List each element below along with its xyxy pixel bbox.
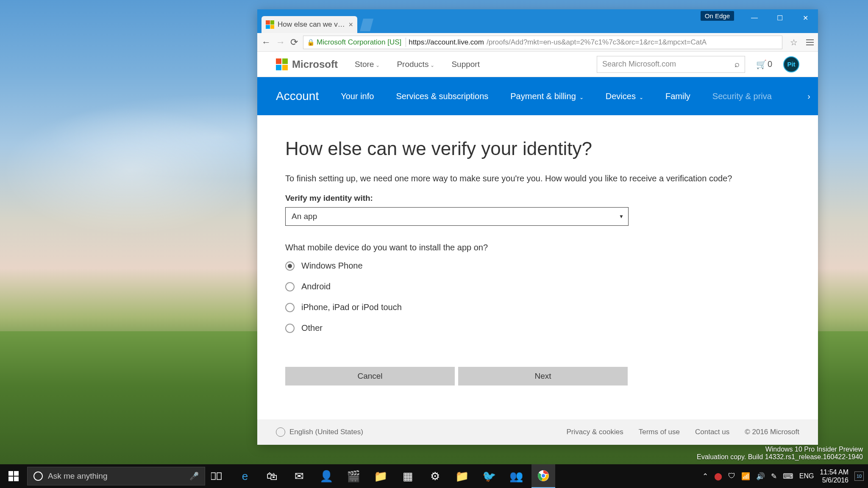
subnav-brand[interactable]: Account	[276, 89, 319, 103]
page-footer: English (United States) Privacy & cookie…	[257, 419, 818, 445]
cortana-search[interactable]: Ask me anything 🎤	[27, 467, 205, 485]
subnav-devices[interactable]: Devices⌄	[606, 92, 643, 101]
subnav-security[interactable]: Security & priva	[712, 92, 772, 101]
next-button[interactable]: Next	[458, 367, 628, 385]
radio-label: Android	[301, 282, 331, 291]
tray-wifi-icon[interactable]: 📶	[741, 472, 750, 481]
search-placeholder: Search Microsoft.com	[602, 60, 676, 69]
tab-title: How else can we verify yo	[278, 20, 345, 29]
subnav-scroll-right-icon[interactable]: ›	[807, 92, 810, 101]
microphone-icon[interactable]: 🎤	[189, 471, 199, 481]
tray-defender-icon[interactable]: 🛡	[728, 472, 735, 480]
window-minimize-button[interactable]: —	[742, 9, 767, 26]
separator	[406, 38, 406, 47]
account-subnav: Account Your info Services & subscriptio…	[257, 77, 818, 115]
cart-icon: 🛒	[756, 59, 767, 69]
chevron-down-icon: ▼	[619, 214, 624, 219]
nav-label: Support	[451, 60, 480, 69]
radio-android[interactable]: Android	[285, 282, 790, 291]
subnav-services[interactable]: Services & subscriptions	[396, 92, 488, 101]
action-center-icon[interactable]: 10	[854, 471, 864, 481]
globe-icon	[276, 427, 285, 437]
chevron-down-icon: ⌄	[376, 62, 380, 68]
window-maximize-button[interactable]: ☐	[767, 9, 793, 26]
task-view-button[interactable]	[205, 472, 229, 480]
cart-button[interactable]: 🛒0	[756, 59, 772, 69]
cancel-button[interactable]: Cancel	[285, 367, 455, 385]
svg-rect-1	[14, 471, 19, 476]
tray-overflow-icon[interactable]: ⌃	[702, 472, 708, 481]
radio-iphone[interactable]: iPhone, iPad or iPod touch	[285, 302, 790, 312]
search-input[interactable]: Search Microsoft.com ⌕	[597, 56, 745, 73]
address-bar[interactable]: 🔒 Microsoft Corporation [US] https://acc…	[303, 36, 782, 49]
watermark-line1: Windows 10 Pro Insider Preview	[697, 446, 863, 453]
browser-tab[interactable]: How else can we verify yo ×	[262, 16, 357, 33]
tray-volume-icon[interactable]: 🔊	[756, 472, 765, 481]
notif-count: 10	[857, 474, 862, 479]
global-nav: Store⌄ Products⌄ Support	[355, 60, 480, 69]
taskbar-twitter[interactable]: 🐦	[477, 464, 501, 488]
avatar[interactable]: Pit	[783, 56, 799, 72]
taskbar-chrome[interactable]	[531, 464, 555, 488]
system-tray: ⌃ ⬤ 🛡 📶 🔊 ✎ ⌨ ENG 11:54 AM 5/6/2016 10	[702, 468, 868, 484]
nav-support[interactable]: Support	[451, 60, 480, 69]
microsoft-logo[interactable]: Microsoft	[276, 58, 338, 70]
ssl-identity: Microsoft Corporation [US]	[317, 38, 401, 47]
tray-onedrive-icon[interactable]: ⬤	[714, 472, 722, 481]
tab-close-icon[interactable]: ×	[348, 20, 353, 29]
browser-menu-button[interactable]	[806, 39, 814, 45]
subnav-family[interactable]: Family	[665, 92, 690, 101]
taskbar-movies[interactable]: 🎬	[342, 464, 365, 488]
browser-titlebar: How else can we verify yo × On Edge — ☐ …	[257, 9, 818, 33]
radio-label: Other	[301, 323, 323, 333]
task-view-icon	[211, 472, 223, 480]
radio-windows-phone[interactable]: Windows Phone	[285, 261, 790, 271]
taskbar-settings[interactable]: ⚙	[423, 464, 447, 488]
main-content: How else can we verify your identity? To…	[257, 115, 818, 408]
chevron-down-icon: ⌄	[579, 94, 584, 100]
radio-label: Windows Phone	[301, 261, 363, 271]
subnav-payment[interactable]: Payment & billing⌄	[510, 92, 584, 101]
footer-terms[interactable]: Terms of use	[639, 428, 680, 436]
new-tab-button[interactable]	[360, 19, 373, 31]
radio-icon	[285, 303, 295, 312]
language-selector[interactable]: English (United States)	[276, 427, 363, 437]
forward-button[interactable]: →	[276, 37, 285, 48]
verify-method-select[interactable]: An app ▼	[285, 207, 629, 226]
taskbar-people[interactable]: 👥	[504, 464, 528, 488]
footer-contact[interactable]: Contact us	[695, 428, 729, 436]
cortana-placeholder: Ask me anything	[48, 471, 107, 481]
radio-other[interactable]: Other	[285, 323, 790, 333]
taskbar-skype[interactable]: 👤	[314, 464, 338, 488]
tray-keyboard-icon[interactable]: ⌨	[783, 472, 793, 481]
taskbar-edge[interactable]: e	[233, 464, 257, 488]
nav-store[interactable]: Store⌄	[355, 60, 380, 69]
microsoft-header: Microsoft Store⌄ Products⌄ Support Searc…	[257, 52, 818, 77]
tray-language[interactable]: ENG	[799, 472, 814, 480]
ssl-badge[interactable]: 🔒 Microsoft Corporation [US]	[307, 38, 401, 47]
search-icon[interactable]: ⌕	[734, 59, 740, 69]
tray-date: 5/6/2016	[820, 476, 849, 484]
taskbar-explorer[interactable]: 📁	[369, 464, 392, 488]
bookmark-star-icon[interactable]: ☆	[790, 37, 798, 47]
nav-products[interactable]: Products⌄	[397, 60, 434, 69]
chevron-down-icon: ⌄	[430, 62, 434, 68]
back-button[interactable]: ←	[262, 37, 271, 48]
taskbar-app[interactable]: ▦	[396, 464, 420, 488]
tray-clock[interactable]: 11:54 AM 5/6/2016	[820, 468, 849, 484]
reload-button[interactable]: ⟳	[290, 37, 298, 48]
radio-icon	[285, 324, 295, 333]
taskbar-apps: e 🛍 ✉ 👤 🎬 📁 ▦ ⚙ 📁 🐦 👥	[233, 464, 555, 488]
taskbar: Ask me anything 🎤 e 🛍 ✉ 👤 🎬 📁 ▦ ⚙ 📁 🐦 👥 …	[0, 464, 868, 488]
select-value: An app	[292, 212, 317, 221]
taskbar-feedback[interactable]: 📁	[450, 464, 474, 488]
taskbar-store[interactable]: 🛍	[260, 464, 284, 488]
tray-pen-icon[interactable]: ✎	[771, 472, 777, 481]
svg-rect-4	[211, 473, 215, 480]
nav-label: Products	[397, 60, 428, 69]
subnav-your-info[interactable]: Your info	[341, 92, 374, 101]
taskbar-mail[interactable]: ✉	[287, 464, 311, 488]
start-button[interactable]	[0, 471, 27, 481]
window-close-button[interactable]: ✕	[793, 9, 818, 26]
footer-privacy[interactable]: Privacy & cookies	[567, 428, 623, 436]
